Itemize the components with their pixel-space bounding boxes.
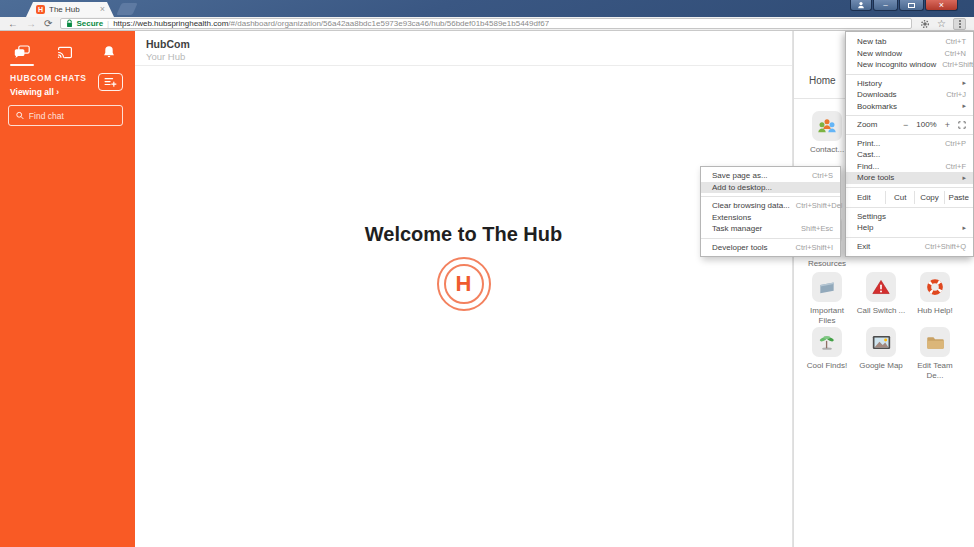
- close-button[interactable]: ×: [925, 0, 958, 11]
- folder-icon: [926, 335, 945, 350]
- tile-google-map[interactable]: Google Map: [855, 327, 907, 371]
- chat-bubbles-icon: [14, 45, 30, 59]
- tab-title: The Hub: [49, 5, 97, 14]
- add-chat-icon: [104, 77, 117, 87]
- menu-separator: [846, 134, 973, 135]
- submenu-item-clear-browsing-data[interactable]: Clear browsing data... Ctrl+Shift+Del: [701, 200, 840, 212]
- photo-map-icon: [872, 335, 891, 350]
- menu-item-find[interactable]: Find... Ctrl+F: [846, 161, 973, 173]
- menu-item-zoom: Zoom − 100% +: [846, 119, 973, 131]
- menu-item-new-window[interactable]: New window Ctrl+N: [846, 48, 973, 60]
- secure-label: Secure: [76, 19, 103, 28]
- tile-edit-team[interactable]: Edit Team De...: [909, 327, 961, 382]
- zoom-out-button[interactable]: −: [903, 120, 908, 130]
- person-icon: [857, 1, 865, 9]
- menu-separator: [701, 238, 840, 239]
- address-bar[interactable]: Secure | https://web.hubspringhealth.com…: [60, 18, 912, 29]
- menu-item-new-incognito[interactable]: New incognito window Ctrl+Shift+N: [846, 59, 973, 71]
- menu-separator: [701, 196, 840, 197]
- welcome-heading: Welcome to The Hub: [135, 223, 792, 246]
- menu-item-print[interactable]: Print... Ctrl+P: [846, 138, 973, 150]
- bell-icon: [103, 45, 115, 59]
- menu-separator: [846, 187, 973, 188]
- contacts-people-icon: [817, 118, 837, 134]
- fullscreen-icon[interactable]: [958, 121, 966, 129]
- cut-button[interactable]: Cut: [885, 191, 914, 204]
- submenu-item-task-manager[interactable]: Task manager Shift+Esc: [701, 223, 840, 235]
- more-tools-submenu: Save page as... Ctrl+S Add to desktop...…: [700, 166, 841, 257]
- refresh-icon[interactable]: ⟳: [44, 19, 52, 29]
- menu-item-history[interactable]: History ▸: [846, 78, 973, 90]
- new-tab-button[interactable]: [116, 3, 137, 15]
- submenu-item-extensions[interactable]: Extensions: [701, 212, 840, 224]
- menu-separator: [846, 115, 973, 116]
- palm-tree-icon: [818, 334, 836, 351]
- menu-separator: [846, 207, 973, 208]
- screenshare-tab[interactable]: [56, 44, 74, 60]
- edit-label: Edit: [846, 191, 885, 204]
- submenu-arrow-icon: ▸: [962, 224, 966, 232]
- home-panel-title: Home: [809, 75, 836, 86]
- chrome-menu: New tab Ctrl+T New window Ctrl+N New inc…: [845, 31, 974, 257]
- viewing-all-link[interactable]: Viewing all ›: [10, 87, 86, 97]
- menu-item-help[interactable]: Help ▸: [846, 222, 973, 234]
- chats-tab[interactable]: [13, 44, 31, 60]
- main-panel: HubCom Your Hub Welcome to The Hub H: [131, 31, 793, 547]
- hub-logo-letter: H: [456, 273, 472, 295]
- section-title: HUBCOM CHATS: [10, 73, 86, 83]
- minimize-button[interactable]: –: [873, 0, 898, 11]
- tile-cool-finds[interactable]: Cool Finds!: [801, 327, 853, 371]
- browser-tab[interactable]: H The Hub ×: [26, 2, 114, 17]
- back-icon[interactable]: ←: [8, 19, 18, 29]
- screen-board-icon: [817, 279, 837, 295]
- warning-triangle-icon: [872, 279, 890, 295]
- tab-close-icon[interactable]: ×: [100, 5, 105, 14]
- zoom-level: 100%: [916, 120, 936, 129]
- tile-hub-help[interactable]: Hub Help!: [909, 272, 961, 316]
- sidebar-tab-icons: [0, 40, 131, 64]
- menu-separator: [846, 74, 973, 75]
- app-title: HubCom: [146, 38, 190, 50]
- hub-logo-inner-ring: H: [444, 264, 484, 304]
- submenu-item-developer-tools[interactable]: Developer tools Ctrl+Shift+I: [701, 242, 840, 254]
- tile-call-switch[interactable]: Call Switch ...: [855, 272, 907, 316]
- bookmark-star-icon[interactable]: ☆: [937, 19, 946, 29]
- submenu-arrow-icon: ▸: [962, 79, 966, 87]
- menu-edit-row: Edit Cut Copy Paste: [846, 191, 973, 204]
- new-chat-button[interactable]: [98, 73, 123, 91]
- paste-button[interactable]: Paste: [944, 191, 973, 204]
- cast-icon: [57, 46, 73, 59]
- menu-item-new-tab[interactable]: New tab Ctrl+T: [846, 36, 973, 48]
- submenu-item-add-to-desktop[interactable]: Add to desktop...: [701, 182, 840, 194]
- tile-important-files[interactable]: Important Files: [801, 272, 853, 327]
- url-origin: https://web.hubspringhealth.com: [113, 19, 228, 28]
- app-subtitle: Your Hub: [146, 51, 185, 62]
- browser-window: H The Hub × – × ← → ⟳ Secure | https://w…: [0, 0, 974, 547]
- padlock-icon: [66, 19, 73, 28]
- menu-item-exit[interactable]: Exit Ctrl+Shift+Q: [846, 241, 973, 253]
- menu-item-settings[interactable]: Settings: [846, 211, 973, 223]
- chrome-menu-button[interactable]: [953, 18, 966, 30]
- menu-item-downloads[interactable]: Downloads Ctrl+J: [846, 89, 973, 101]
- submenu-item-save-page-as[interactable]: Save page as... Ctrl+S: [701, 170, 840, 182]
- chat-sidebar: HUBCOM CHATS Viewing all ›: [0, 31, 131, 547]
- copy-button[interactable]: Copy: [914, 191, 943, 204]
- title-bar: H The Hub × – ×: [0, 0, 974, 17]
- search-icon: [16, 111, 24, 120]
- find-chat-box[interactable]: [8, 105, 123, 126]
- maximize-button[interactable]: [899, 0, 924, 11]
- url-divider: |: [107, 19, 109, 28]
- find-chat-input[interactable]: [29, 111, 115, 121]
- submenu-arrow-icon: ▸: [962, 102, 966, 110]
- menu-item-bookmarks[interactable]: Bookmarks ▸: [846, 101, 973, 113]
- menu-item-cast[interactable]: Cast...: [846, 149, 973, 161]
- zoom-in-button[interactable]: +: [945, 120, 950, 130]
- extension-gear-icon[interactable]: [920, 19, 930, 29]
- life-ring-icon: [926, 278, 944, 296]
- main-header: HubCom Your Hub: [135, 31, 792, 66]
- forward-icon[interactable]: →: [26, 19, 36, 29]
- notifications-tab[interactable]: [100, 44, 118, 60]
- menu-item-more-tools[interactable]: More tools ▸: [846, 172, 973, 184]
- profile-button[interactable]: [850, 0, 872, 11]
- browser-toolbar: ← → ⟳ Secure | https://web.hubspringheal…: [0, 17, 974, 31]
